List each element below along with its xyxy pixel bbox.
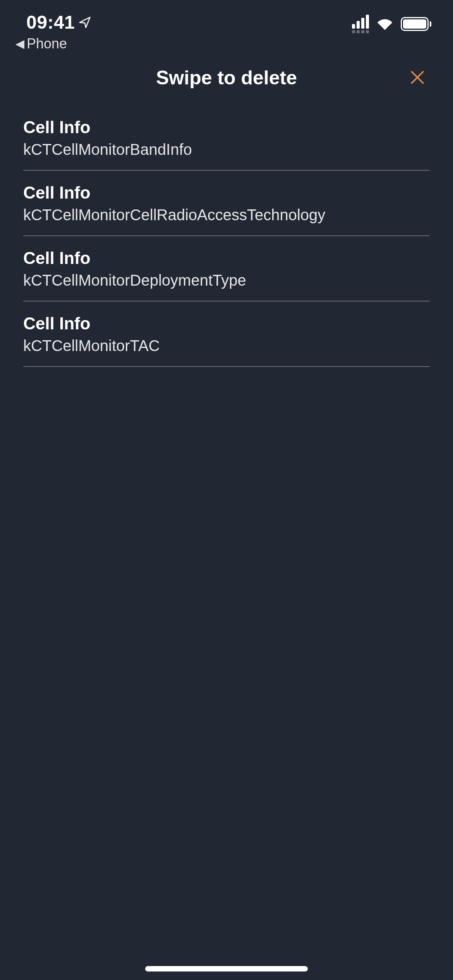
list-item-subtitle: kCTCellMonitorTAC	[23, 337, 430, 355]
location-icon	[79, 16, 91, 29]
battery-icon	[401, 17, 431, 31]
close-icon	[409, 69, 426, 86]
status-bar: 09:41	[0, 0, 453, 46]
list-item-title: Cell Info	[23, 118, 430, 137]
list-item-title: Cell Info	[23, 314, 430, 333]
back-to-app-label: Phone	[27, 36, 67, 52]
chevron-left-icon: ◀	[15, 38, 24, 50]
list-item[interactable]: Cell Info kCTCellMonitorDeploymentType	[23, 236, 430, 302]
list-item[interactable]: Cell Info kCTCellMonitorCellRadioAccessT…	[23, 171, 430, 236]
wifi-icon	[376, 17, 394, 31]
home-indicator[interactable]	[145, 966, 308, 971]
list-item-title: Cell Info	[23, 183, 430, 202]
page-title: Swipe to delete	[0, 67, 453, 89]
list-item-subtitle: kCTCellMonitorBandInfo	[23, 141, 430, 158]
status-indicators	[352, 15, 431, 33]
back-to-app-button[interactable]: ◀ Phone	[15, 36, 67, 52]
close-button[interactable]	[407, 67, 428, 88]
navigation-bar: Swipe to delete	[0, 56, 453, 105]
list-item-subtitle: kCTCellMonitorDeploymentType	[23, 272, 430, 289]
list-item[interactable]: Cell Info kCTCellMonitorBandInfo	[23, 105, 430, 171]
status-time: 09:41	[26, 12, 75, 33]
list-item[interactable]: Cell Info kCTCellMonitorTAC	[23, 302, 430, 367]
list-item-subtitle: kCTCellMonitorCellRadioAccessTechnology	[23, 206, 430, 224]
swipe-list: Cell Info kCTCellMonitorBandInfo Cell In…	[0, 105, 453, 367]
cellular-signal-icon	[352, 15, 369, 33]
list-item-title: Cell Info	[23, 248, 430, 268]
